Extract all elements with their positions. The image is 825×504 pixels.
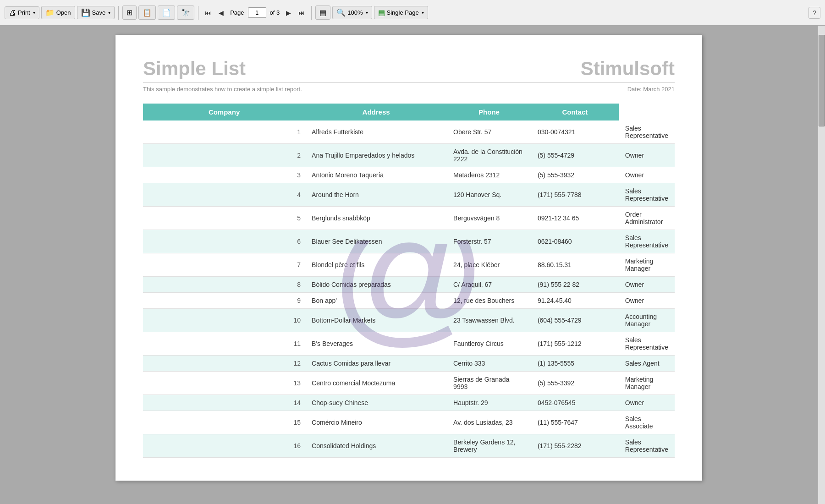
last-page-button[interactable]: ⏭ [296, 7, 308, 18]
cell-phone: 0621-08460 [531, 230, 619, 253]
cell-address: Berguvsvägen 8 [447, 207, 531, 230]
table-header-row: Company Address Phone Contact [143, 104, 675, 121]
cell-address: Obere Str. 57 [447, 121, 531, 144]
data-table: Company Address Phone Contact 1Alfreds F… [143, 104, 675, 458]
cell-phone: (171) 555-1212 [531, 332, 619, 356]
print-label: Print [18, 9, 30, 16]
paste-button[interactable]: 📄 [158, 5, 175, 20]
save-button[interactable]: 💾 Save ▾ [77, 6, 115, 19]
separator-3 [311, 6, 312, 20]
cell-num: 10 [143, 309, 305, 332]
help-button[interactable]: ? [808, 7, 820, 19]
cell-address: C/ Araquil, 67 [447, 277, 531, 293]
report-page: Simple List Stimulsoft This sample demon… [116, 35, 702, 481]
table-row: 11B's BeveragesFauntleroy Circus(171) 55… [143, 332, 675, 356]
cell-company: B's Beverages [305, 332, 447, 356]
cell-address: 24, place Kléber [447, 253, 531, 277]
cell-contact: Marketing Manager [619, 372, 675, 395]
toolbar: 🖨 Print ▾ 📁 Open 💾 Save ▾ ⊞ 📋 📄 🔭 ⏮ ◀ Pa… [0, 0, 825, 26]
view-button[interactable]: ▤ Single Page ▾ [374, 6, 428, 19]
cell-company: Chop-suey Chinese [305, 395, 447, 411]
find-icon: 🔭 [181, 8, 190, 17]
cell-num: 13 [143, 372, 305, 395]
prev-page-button[interactable]: ◀ [216, 7, 226, 18]
cell-company: Antonio Moreno Taquería [305, 167, 447, 183]
print-button[interactable]: 🖨 Print ▾ [5, 6, 39, 19]
copy-icon: 📋 [143, 8, 152, 17]
cell-num: 15 [143, 411, 305, 434]
table-row: 6Blauer See DelikatessenForsterstr. 5706… [143, 230, 675, 253]
cell-phone: (91) 555 22 82 [531, 277, 619, 293]
cell-company: Consolidated Holdings [305, 434, 447, 458]
cell-address: Av. dos Lusíadas, 23 [447, 411, 531, 434]
table-row: 7Blondel père et fils24, place Kléber88.… [143, 253, 675, 277]
cell-address: Avda. de la Constitución 2222 [447, 144, 531, 167]
report-divider [143, 82, 675, 83]
view-icon: ▤ [378, 8, 385, 17]
cell-contact: Owner [619, 293, 675, 309]
page-of-label: of 3 [270, 9, 280, 16]
cell-phone: 91.24.45.40 [531, 293, 619, 309]
view-dropdown-arrow: ▾ [422, 10, 424, 15]
col-header-company: Company [143, 104, 305, 121]
report-subtitle: This sample demonstrates how to create a… [143, 86, 302, 93]
cell-phone: (5) 555-3392 [531, 372, 619, 395]
cell-phone: (604) 555-4729 [531, 309, 619, 332]
cell-address: Berkeley Gardens 12, Brewery [447, 434, 531, 458]
table-row: 16Consolidated HoldingsBerkeley Gardens … [143, 434, 675, 458]
cell-phone: 030-0074321 [531, 121, 619, 144]
cell-phone: (5) 555-4729 [531, 144, 619, 167]
cell-phone: (171) 555-2282 [531, 434, 619, 458]
table-row: 2Ana Trujillo Emparedados y heladosAvda.… [143, 144, 675, 167]
page-input[interactable] [248, 7, 266, 18]
cell-company: Bon app' [305, 293, 447, 309]
view-label: Single Page [387, 9, 419, 16]
col-header-phone: Phone [447, 104, 531, 121]
report-content[interactable]: Simple List Stimulsoft This sample demon… [0, 26, 818, 504]
save-label: Save [92, 9, 106, 16]
table-body: 1Alfreds FutterkisteObere Str. 57030-007… [143, 121, 675, 458]
first-page-button[interactable]: ⏮ [202, 7, 214, 18]
single-page-view-button[interactable]: ▤ [315, 5, 330, 20]
zoom-button[interactable]: 🔍 100% ▾ [332, 6, 372, 19]
help-label: ? [813, 9, 816, 16]
open-button[interactable]: 📁 Open [41, 6, 75, 19]
copy-button[interactable]: 📋 [138, 5, 156, 20]
layout-icon: ⊞ [126, 8, 132, 17]
cell-company: Blauer See Delikatessen [305, 230, 447, 253]
cell-contact: Order Administrator [619, 207, 675, 230]
cell-contact: Owner [619, 277, 675, 293]
report-area: Simple List Stimulsoft This sample demon… [0, 26, 825, 504]
scrollbar[interactable] [818, 26, 825, 504]
cell-phone: (1) 135-5555 [531, 356, 619, 372]
cell-company: Cactus Comidas para llevar [305, 356, 447, 372]
scroll-thumb[interactable] [819, 35, 825, 126]
cell-contact: Owner [619, 395, 675, 411]
cell-num: 8 [143, 277, 305, 293]
cell-company: Alfreds Futterkiste [305, 121, 447, 144]
find-button[interactable]: 🔭 [177, 5, 194, 20]
cell-contact: Owner [619, 167, 675, 183]
cell-company: Centro comercial Moctezuma [305, 372, 447, 395]
next-page-button[interactable]: ▶ [283, 7, 294, 18]
cell-contact: Sales Agent [619, 356, 675, 372]
table-row: 13Centro comercial MoctezumaSierras de G… [143, 372, 675, 395]
cell-contact: Sales Representative [619, 230, 675, 253]
cell-company: Blondel père et fils [305, 253, 447, 277]
layout-button[interactable]: ⊞ [122, 5, 137, 20]
open-label: Open [56, 9, 71, 16]
col-header-contact: Contact [531, 104, 619, 121]
cell-company: Bottom-Dollar Markets [305, 309, 447, 332]
cell-num: 1 [143, 121, 305, 144]
cell-contact: Marketing Manager [619, 253, 675, 277]
cell-company: Bólido Comidas preparadas [305, 277, 447, 293]
cell-num: 9 [143, 293, 305, 309]
cell-num: 7 [143, 253, 305, 277]
col-header-address: Address [305, 104, 447, 121]
cell-address: 23 Tsawwassen Blvd. [447, 309, 531, 332]
cell-phone: (171) 555-7788 [531, 183, 619, 207]
cell-company: Ana Trujillo Emparedados y helados [305, 144, 447, 167]
cell-num: 2 [143, 144, 305, 167]
table-row: 10Bottom-Dollar Markets23 Tsawwassen Blv… [143, 309, 675, 332]
cell-num: 11 [143, 332, 305, 356]
